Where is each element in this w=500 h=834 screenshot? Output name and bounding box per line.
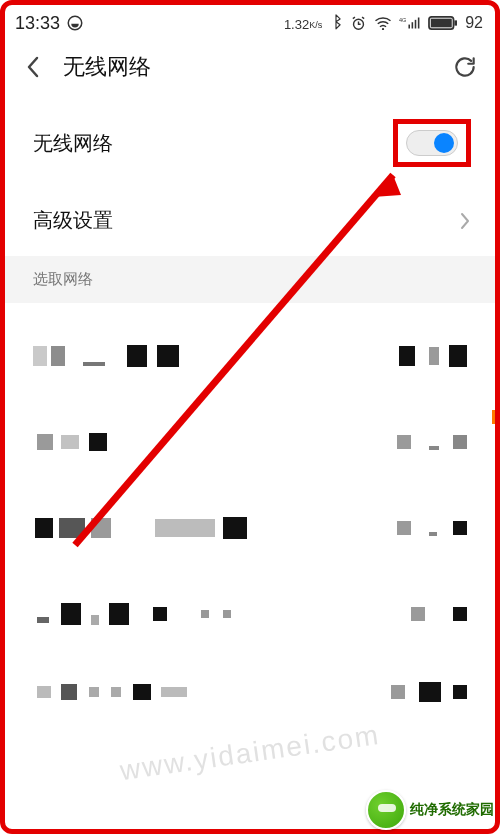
network-item[interactable]: [29, 485, 471, 571]
brand-badge: 纯净系统家园: [366, 790, 494, 830]
bluetooth-icon: [329, 14, 343, 32]
signal-icon: 4G: [399, 16, 421, 30]
network-item[interactable]: [29, 313, 471, 399]
alarm-icon: [350, 15, 367, 32]
status-time: 13:33: [15, 13, 60, 34]
svg-rect-9: [431, 19, 452, 28]
annotation-highlight-box: [393, 119, 471, 167]
select-network-section-header: 选取网络: [5, 256, 495, 303]
svg-text:4G: 4G: [399, 17, 406, 23]
advanced-settings-label: 高级设置: [33, 207, 113, 234]
status-bar: 13:33 1.32K/s 4G 92: [5, 5, 495, 39]
battery-percent: 92: [465, 14, 483, 32]
svg-rect-7: [418, 18, 420, 29]
refresh-button[interactable]: [449, 51, 481, 83]
network-item[interactable]: [29, 571, 471, 657]
network-list: [5, 303, 495, 783]
chevron-right-icon: [459, 211, 471, 231]
brand-logo-icon: [366, 790, 406, 830]
wifi-toggle[interactable]: [406, 130, 458, 156]
svg-rect-10: [455, 20, 458, 25]
network-speed: 1.32K/s: [284, 15, 322, 32]
wifi-icon: [374, 16, 392, 30]
svg-rect-5: [412, 22, 414, 28]
svg-point-0: [68, 16, 82, 30]
toggle-knob: [434, 133, 454, 153]
svg-rect-6: [415, 20, 417, 29]
back-button[interactable]: [19, 53, 47, 81]
svg-rect-4: [409, 25, 411, 29]
network-item[interactable]: [29, 657, 471, 727]
app-indicator-icon: [66, 14, 84, 32]
page-title: 无线网络: [63, 52, 151, 82]
battery-icon: [428, 16, 458, 30]
svg-point-2: [382, 28, 384, 30]
wifi-toggle-row: 无线网络: [5, 101, 495, 185]
page-header: 无线网络: [5, 39, 495, 101]
brand-name: 纯净系统家园: [410, 801, 494, 819]
chevron-left-icon: [25, 55, 41, 79]
wifi-toggle-label: 无线网络: [33, 130, 113, 157]
network-item[interactable]: [29, 399, 471, 485]
refresh-icon: [452, 54, 478, 80]
advanced-settings-row[interactable]: 高级设置: [5, 185, 495, 256]
